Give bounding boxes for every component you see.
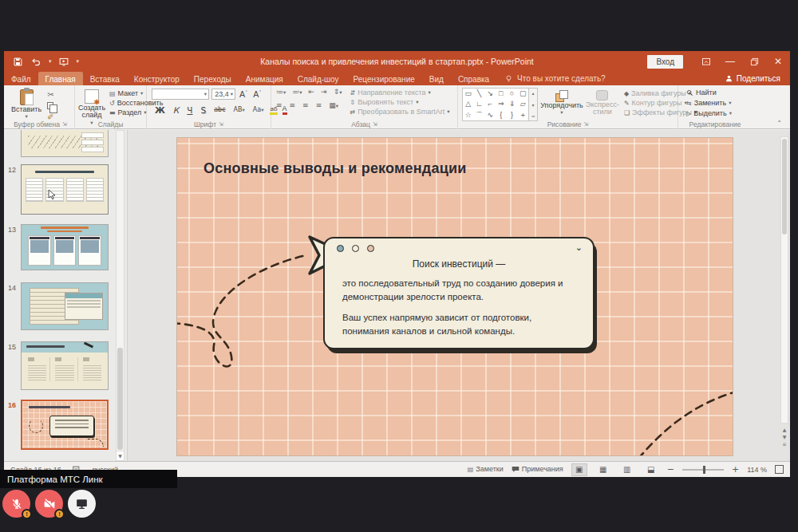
callout-paragraph: Ваш успех напрямую зависит от подготовки… xyxy=(342,311,580,337)
chevron-down-icon: ⌄ xyxy=(575,246,583,251)
customize-qat-caret[interactable]: ▾ xyxy=(77,58,80,65)
font-dialog-launcher[interactable]: ⇲ xyxy=(219,121,223,128)
collapse-ribbon-button[interactable]: ⌃ xyxy=(776,120,782,127)
scroll-down-button[interactable]: ▼ xyxy=(117,451,124,460)
save-icon[interactable] xyxy=(12,56,24,68)
tab-view[interactable]: Вид xyxy=(422,72,451,85)
zoom-in-button[interactable]: + xyxy=(732,464,739,475)
zoom-level[interactable]: 114 % xyxy=(747,466,767,474)
align-left-button[interactable]: ≡ xyxy=(276,101,282,109)
previous-slide-button[interactable]: ▲ xyxy=(783,427,787,432)
reading-view-button[interactable]: ▥ xyxy=(619,463,635,476)
change-case-button[interactable]: Аа▾ xyxy=(251,106,266,113)
shapes-gallery[interactable]: ▭╲↘□○▢ △∟⌐⇒⇓▱ ☆⌒∿{}＋ ▴▾≂ xyxy=(462,88,538,121)
lightbulb-icon xyxy=(504,74,513,84)
normal-view-button[interactable]: ▣ xyxy=(571,463,587,476)
arrange-button[interactable]: Упорядочить ▾ xyxy=(543,88,581,116)
convert-smartart-button[interactable]: ⇄Преобразовать в SmartArt▾ xyxy=(350,108,449,116)
slide-nav-handle[interactable]: ≡ xyxy=(782,441,786,447)
underline-button[interactable]: Ч xyxy=(185,105,194,115)
ribbon-display-options-icon[interactable] xyxy=(694,51,718,72)
find-button[interactable]: Найти xyxy=(686,89,752,97)
close-button[interactable]: ✕ xyxy=(766,51,790,72)
comments-button[interactable]: Примечания xyxy=(512,466,563,473)
clipboard-dialog-launcher[interactable]: ⇲ xyxy=(62,121,67,128)
current-slide[interactable]: Основные выводы и рекомендации ⌄ Поиск и… xyxy=(177,138,733,455)
mic-slash-icon xyxy=(10,497,24,511)
bullets-button[interactable]: ≔▾ xyxy=(276,88,286,96)
align-right-button[interactable]: ≡ xyxy=(302,101,309,109)
fit-slide-to-window-button[interactable] xyxy=(775,465,784,474)
increase-indent-button[interactable]: ⇥ xyxy=(321,88,327,96)
slide-thumbnail-11-partial[interactable] xyxy=(21,130,109,157)
restore-button[interactable] xyxy=(742,51,766,72)
numbering-button[interactable]: ≕▾ xyxy=(292,88,302,96)
minimize-button[interactable]: — xyxy=(718,51,742,72)
slide-title[interactable]: Основные выводы и рекомендации xyxy=(203,160,466,177)
bold-button[interactable]: Ж xyxy=(153,105,167,115)
tab-insert[interactable]: Вставка xyxy=(83,72,127,85)
work-area: 12 13 xyxy=(4,130,790,461)
camera-muted-button[interactable]: ! xyxy=(35,490,63,518)
text-shadow-button[interactable]: S xyxy=(200,105,208,115)
zoom-out-button[interactable]: − xyxy=(667,464,674,475)
strikethrough-button[interactable]: abc xyxy=(212,106,227,113)
quick-styles-button[interactable]: Экспресс-стили xyxy=(586,88,619,116)
slide-thumbnail-15[interactable] xyxy=(21,341,109,390)
align-text-button[interactable]: ⇳Выровнять текст▾ xyxy=(350,99,449,106)
thumbnail-panel-scrollbar[interactable]: ▼ xyxy=(116,130,124,461)
tab-file[interactable]: Файл xyxy=(4,72,38,85)
slide-thumbnail-12[interactable] xyxy=(21,164,109,215)
notes-button[interactable]: ▤Заметки xyxy=(468,466,504,473)
tab-animations[interactable]: Анимация xyxy=(239,72,290,85)
font-size-select[interactable]: 23,4▾ xyxy=(211,89,235,100)
decrease-indent-button[interactable]: ⇤ xyxy=(309,88,315,96)
share-button[interactable]: Поделиться xyxy=(725,72,790,85)
cut-icon[interactable]: ✂ xyxy=(47,90,53,99)
slide-thumbnail-16-selected[interactable] xyxy=(21,400,109,450)
shapes-gallery-scroll[interactable]: ▴▾≂ xyxy=(529,88,538,121)
undo-icon[interactable] xyxy=(30,56,42,68)
start-slideshow-icon[interactable] xyxy=(58,56,70,68)
paste-button[interactable]: Вставить ▾ xyxy=(11,87,41,121)
tab-slideshow[interactable]: Слайд-шоу xyxy=(290,72,346,85)
select-button[interactable]: ▷Выделить▾ xyxy=(686,110,752,117)
thumbnail-number: 15 xyxy=(8,343,16,351)
justify-button[interactable]: ≡ xyxy=(316,101,322,109)
callout-box[interactable]: ⌄ Поиск инвестиций — это последовательны… xyxy=(323,237,595,349)
slide-sorter-view-button[interactable]: ▦ xyxy=(595,463,611,476)
tab-transitions[interactable]: Переходы xyxy=(187,72,239,85)
undo-dropdown-caret[interactable]: ▾ xyxy=(49,58,52,65)
shrink-font-button[interactable]: А˅ xyxy=(251,89,263,99)
grow-font-button[interactable]: А˄ xyxy=(238,89,249,99)
window-dot-icon xyxy=(352,245,359,252)
next-slide-button[interactable]: ▼ xyxy=(783,434,787,439)
line-spacing-button[interactable]: ⇕▾ xyxy=(334,88,342,96)
copy-icon[interactable] xyxy=(47,102,53,109)
microphone-muted-button[interactable]: ! xyxy=(2,490,30,518)
slide-thumbnail-panel: 12 13 xyxy=(4,130,128,461)
tab-review[interactable]: Рецензирование xyxy=(346,72,422,85)
replace-button[interactable]: ⇆Заменить▾ xyxy=(686,100,752,107)
tab-home[interactable]: Главная xyxy=(38,72,83,85)
paragraph-dialog-launcher[interactable]: ⇲ xyxy=(373,121,377,128)
screen-share-button[interactable] xyxy=(68,490,96,518)
drawing-dialog-launcher[interactable]: ⇲ xyxy=(583,121,588,128)
callout-body: это последовательный труд по созданию до… xyxy=(342,277,580,338)
slide-thumbnail-13[interactable] xyxy=(21,224,109,270)
clipboard-group-label: Буфер обмена xyxy=(14,120,60,128)
tab-design[interactable]: Конструктор xyxy=(127,72,187,85)
tell-me-box[interactable]: Что вы хотите сделать? xyxy=(504,72,606,85)
align-center-button[interactable]: ≡ xyxy=(290,101,296,109)
columns-button[interactable]: ▦▾ xyxy=(329,101,338,109)
slide-thumbnail-14[interactable] xyxy=(21,282,109,330)
slideshow-view-button[interactable]: ⬓ xyxy=(643,463,659,476)
character-spacing-button[interactable]: АВ▾ xyxy=(232,106,247,113)
zoom-slider[interactable] xyxy=(682,469,724,471)
font-name-select[interactable]: ▾ xyxy=(152,89,209,100)
signin-button[interactable]: Вход xyxy=(647,55,683,69)
tab-help[interactable]: Справка xyxy=(451,72,496,85)
italic-button[interactable]: К xyxy=(172,105,180,115)
text-direction-button[interactable]: ⇵Направление текста▾ xyxy=(350,89,449,97)
canvas-vertical-scrollbar[interactable] xyxy=(780,136,788,424)
